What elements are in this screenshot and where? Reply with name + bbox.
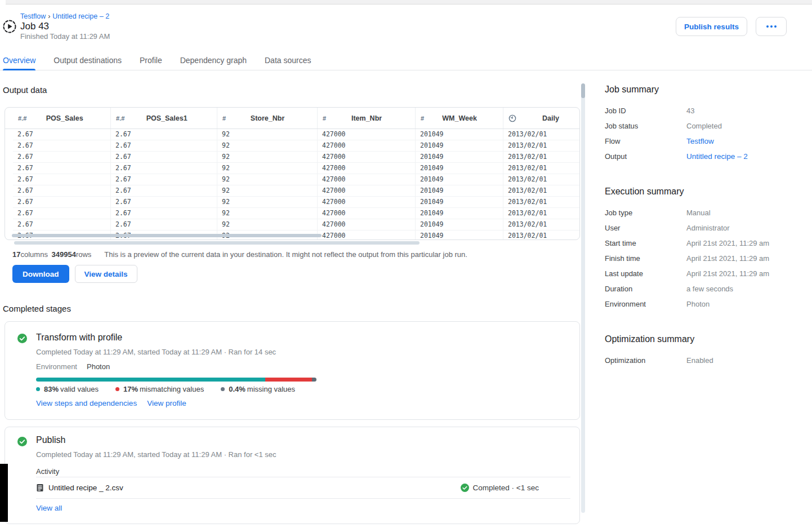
table-row: 2.672.67924270002010492013/02/01 <box>13 163 579 174</box>
tab-dependency-graph[interactable]: Dependency graph <box>180 52 247 70</box>
view-profile-link[interactable]: View profile <box>147 399 186 407</box>
table-cell: 2.67 <box>13 129 111 140</box>
summary-row-optimization: OptimizationEnabled <box>605 356 796 371</box>
breadcrumb-separator: › <box>48 12 50 20</box>
table-cell: 2013/02/01 <box>503 230 580 240</box>
left-edge-black-bar <box>0 464 8 522</box>
table-cell: 201049 <box>416 140 503 152</box>
table-cell: 427000 <box>318 185 416 197</box>
table-horizontal-scrollbar[interactable] <box>12 234 322 237</box>
tab-bar: OverviewOutput destinationsProfileDepend… <box>0 52 812 70</box>
file-icon <box>36 484 44 492</box>
tab-output-destinations[interactable]: Output destinations <box>53 52 122 70</box>
panel-horizontal-scrollbar[interactable] <box>14 241 420 245</box>
output-preview-table: #.#POS_Sales#.#POS_Sales1#Store_Nbr#Item… <box>5 107 580 240</box>
column-name: Daily <box>516 114 580 122</box>
table-cell: 2.67 <box>111 174 217 185</box>
column-header-item-nbr: #Item_Nbr <box>318 108 416 128</box>
tab-overview[interactable]: Overview <box>3 52 35 70</box>
table-cell: 2013/02/01 <box>503 208 580 219</box>
table-row: 2.672.67924270002010492013/02/01 <box>13 219 579 230</box>
summary-value: Photon <box>686 300 710 308</box>
more-actions-button[interactable] <box>756 17 787 36</box>
summary-row-output: OutputUntitled recipe – 2 <box>605 152 796 167</box>
summary-value: April 21st 2021, 11:29 am <box>686 269 769 278</box>
column-header-daily: Daily <box>503 108 580 128</box>
table-cell: 2.67 <box>111 140 217 152</box>
vertical-scrollbar-track[interactable] <box>581 85 585 513</box>
table-cell: 2013/02/01 <box>503 174 580 185</box>
table-cell: 92 <box>217 140 318 152</box>
legend-item-valid-values: 83%valid values <box>36 385 99 393</box>
breadcrumb-flow-link[interactable]: Testflow <box>20 12 46 20</box>
table-cell: 2013/02/01 <box>503 219 580 230</box>
activity-row: Untitled recipe _ 2.csv Completed · <1 s… <box>36 477 570 499</box>
stage-meta: Completed Today at 11:29 AM, started Tod… <box>36 348 276 356</box>
table-cell: 201049 <box>416 197 503 208</box>
column-header-store-nbr: #Store_Nbr <box>217 108 318 128</box>
summary-label: User <box>605 224 686 232</box>
table-cell: 2.67 <box>111 163 217 174</box>
table-cell: 2013/02/01 <box>503 163 580 174</box>
stage-card-publish: Publish Completed Today at 11:29 AM, sta… <box>5 427 580 524</box>
column-name: Item_Nbr <box>326 114 415 122</box>
tab-data-sources[interactable]: Data sources <box>265 52 311 70</box>
table-cell: 2013/02/01 <box>503 197 580 208</box>
publish-results-button[interactable]: Publish results <box>676 17 747 36</box>
table-cell: 2013/02/01 <box>503 140 580 152</box>
summary-label: Finish time <box>605 254 686 263</box>
summary-row-environment: EnvironmentPhoton <box>605 300 796 315</box>
summary-row-job-type: Job typeManual <box>605 209 796 224</box>
table-cell: 201049 <box>416 219 503 230</box>
download-button[interactable]: Download <box>12 265 69 283</box>
legend-dot-icon <box>221 387 225 391</box>
view-steps-link[interactable]: View steps and dependencies <box>36 399 137 407</box>
table-cell: 427000 <box>318 197 416 208</box>
summary-value: Completed <box>686 122 722 130</box>
job-results-page: Testflow›Untitled recipe – 2 Job 43 Fini… <box>0 0 812 532</box>
breadcrumb-recipe-link[interactable]: Untitled recipe – 2 <box>52 12 109 20</box>
bar-segment-missing <box>312 378 316 382</box>
summary-label: Optimization <box>605 356 686 365</box>
section-heading: Job summary <box>605 85 796 95</box>
row-column-counts: 17columns 349954rows <box>12 250 93 259</box>
check-circle-icon <box>17 334 27 343</box>
stage-links: View steps and dependencies View profile <box>36 399 186 407</box>
table-cell: 92 <box>217 129 318 140</box>
table-cell: 92 <box>217 174 318 185</box>
table-cell: 2.67 <box>13 163 111 174</box>
legend-item-mismatching-values: 17%mismatching values <box>115 385 204 393</box>
summary-value: Manual <box>686 209 711 217</box>
tab-profile[interactable]: Profile <box>140 52 162 70</box>
table-cell: 427000 <box>318 140 416 152</box>
table-cell: 2.67 <box>111 152 217 163</box>
table-cell: 2.67 <box>111 129 217 140</box>
view-details-button[interactable]: View details <box>75 265 137 283</box>
job-finished-time: Finished Today at 11:29 AM <box>20 32 110 41</box>
preview-note: This is a preview of the current data in… <box>104 250 467 259</box>
table-cell: 201049 <box>416 208 503 219</box>
summary-row-job-id: Job ID43 <box>605 107 796 122</box>
stage-title: Publish <box>36 435 65 445</box>
column-name: POS_Sales <box>26 114 110 122</box>
completed-stages-heading: Completed stages <box>3 304 71 313</box>
table-cell: 92 <box>217 197 318 208</box>
table-cell: 201049 <box>416 163 503 174</box>
table-row: 2.672.67924270002010492013/02/01 <box>13 174 579 185</box>
table-cell: 2.67 <box>13 208 111 219</box>
decimal-type-icon: #.# <box>116 115 124 122</box>
summary-row-flow: FlowTestflow <box>605 137 796 152</box>
summary-value-link[interactable]: Testflow <box>686 137 714 145</box>
sidebar-section-execution-summary: Execution summaryJob typeManualUserAdmin… <box>605 187 796 315</box>
table-cell: 2013/02/01 <box>503 152 580 163</box>
vertical-scrollbar-thumb[interactable] <box>581 83 585 98</box>
activity-file: Untitled recipe _ 2.csv <box>36 484 123 492</box>
summary-label: Flow <box>605 137 686 145</box>
summary-value: a few seconds <box>686 285 733 293</box>
view-all-link[interactable]: View all <box>36 504 62 512</box>
summary-row-job-status: Job statusCompleted <box>605 122 796 137</box>
check-circle-icon <box>17 437 27 446</box>
quality-legend: 83%valid values17%mismatching values0.4%… <box>36 385 295 393</box>
summary-value-link[interactable]: Untitled recipe – 2 <box>686 152 748 161</box>
table-row: 2.672.67924270002010492013/02/01 <box>13 185 579 197</box>
